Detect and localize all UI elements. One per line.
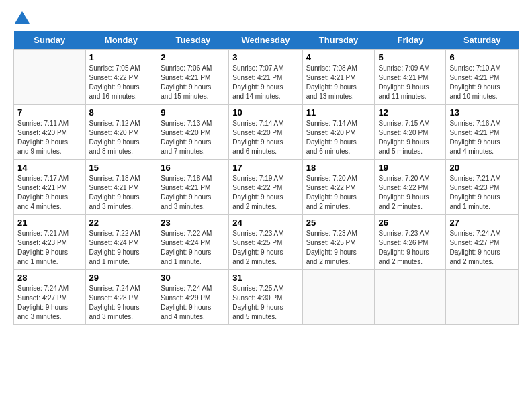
day-info: Sunrise: 7:06 AMSunset: 4:21 PMDaylight:… xyxy=(161,64,225,101)
day-number: 3 xyxy=(232,52,298,62)
calendar-cell: 20Sunrise: 7:21 AMSunset: 4:23 PMDayligh… xyxy=(446,159,519,214)
day-number: 19 xyxy=(378,163,442,173)
calendar-cell xyxy=(446,269,519,324)
calendar-cell: 5Sunrise: 7:09 AMSunset: 4:21 PMDaylight… xyxy=(375,49,446,104)
calendar-cell: 15Sunrise: 7:18 AMSunset: 4:21 PMDayligh… xyxy=(85,159,157,214)
day-number: 9 xyxy=(161,107,225,118)
calendar-cell: 9Sunrise: 7:13 AMSunset: 4:20 PMDaylight… xyxy=(157,104,229,159)
day-header-wednesday: Wednesday xyxy=(229,31,302,50)
day-info: Sunrise: 7:05 AMSunset: 4:22 PMDaylight:… xyxy=(89,64,154,101)
day-info: Sunrise: 7:10 AMSunset: 4:21 PMDaylight:… xyxy=(449,64,515,101)
calendar-cell: 4Sunrise: 7:08 AMSunset: 4:21 PMDaylight… xyxy=(302,49,375,104)
day-info: Sunrise: 7:15 AMSunset: 4:20 PMDaylight:… xyxy=(378,119,442,156)
week-row-0: 1Sunrise: 7:05 AMSunset: 4:22 PMDaylight… xyxy=(14,49,519,104)
calendar-cell: 26Sunrise: 7:23 AMSunset: 4:26 PMDayligh… xyxy=(375,214,446,269)
calendar-cell: 29Sunrise: 7:24 AMSunset: 4:28 PMDayligh… xyxy=(85,269,157,324)
day-number: 18 xyxy=(306,163,371,173)
calendar-cell xyxy=(302,269,375,324)
calendar-cell: 25Sunrise: 7:23 AMSunset: 4:25 PMDayligh… xyxy=(302,214,375,269)
week-row-3: 21Sunrise: 7:21 AMSunset: 4:23 PMDayligh… xyxy=(14,214,519,269)
day-info: Sunrise: 7:17 AMSunset: 4:21 PMDaylight:… xyxy=(17,174,82,212)
calendar-cell: 7Sunrise: 7:11 AMSunset: 4:20 PMDaylight… xyxy=(14,104,86,159)
day-number: 25 xyxy=(306,218,371,228)
header xyxy=(13,11,519,24)
day-header-monday: Monday xyxy=(85,31,157,50)
day-info: Sunrise: 7:16 AMSunset: 4:21 PMDaylight:… xyxy=(449,119,515,156)
calendar-cell: 8Sunrise: 7:12 AMSunset: 4:20 PMDaylight… xyxy=(85,104,157,159)
day-info: Sunrise: 7:24 AMSunset: 4:27 PMDaylight:… xyxy=(449,229,515,267)
calendar-cell: 6Sunrise: 7:10 AMSunset: 4:21 PMDaylight… xyxy=(446,49,519,104)
week-row-2: 14Sunrise: 7:17 AMSunset: 4:21 PMDayligh… xyxy=(14,159,519,214)
day-number: 27 xyxy=(449,218,515,228)
day-number: 13 xyxy=(449,107,515,118)
calendar-cell: 13Sunrise: 7:16 AMSunset: 4:21 PMDayligh… xyxy=(446,104,519,159)
calendar-cell: 16Sunrise: 7:18 AMSunset: 4:21 PMDayligh… xyxy=(157,159,229,214)
calendar-cell: 22Sunrise: 7:22 AMSunset: 4:24 PMDayligh… xyxy=(85,214,157,269)
day-number: 21 xyxy=(17,218,82,228)
day-number: 24 xyxy=(232,218,298,228)
day-info: Sunrise: 7:18 AMSunset: 4:21 PMDaylight:… xyxy=(89,174,154,212)
day-info: Sunrise: 7:25 AMSunset: 4:30 PMDaylight:… xyxy=(232,284,298,322)
calendar-cell: 3Sunrise: 7:07 AMSunset: 4:21 PMDaylight… xyxy=(229,49,302,104)
calendar-cell: 18Sunrise: 7:20 AMSunset: 4:22 PMDayligh… xyxy=(302,159,375,214)
calendar-cell: 27Sunrise: 7:24 AMSunset: 4:27 PMDayligh… xyxy=(446,214,519,269)
day-info: Sunrise: 7:18 AMSunset: 4:21 PMDaylight:… xyxy=(161,174,225,212)
calendar-cell: 21Sunrise: 7:21 AMSunset: 4:23 PMDayligh… xyxy=(14,214,86,269)
day-info: Sunrise: 7:24 AMSunset: 4:29 PMDaylight:… xyxy=(161,284,225,322)
day-number: 15 xyxy=(89,163,154,173)
page: SundayMondayTuesdayWednesdayThursdayFrid… xyxy=(0,0,532,411)
day-header-friday: Friday xyxy=(375,31,446,50)
day-number: 30 xyxy=(161,273,225,283)
logo-icon xyxy=(15,11,30,24)
day-number: 28 xyxy=(17,273,82,283)
calendar-cell: 10Sunrise: 7:14 AMSunset: 4:20 PMDayligh… xyxy=(229,104,302,159)
calendar-cell: 2Sunrise: 7:06 AMSunset: 4:21 PMDaylight… xyxy=(157,49,229,104)
calendar-cell: 28Sunrise: 7:24 AMSunset: 4:27 PMDayligh… xyxy=(14,269,86,324)
day-info: Sunrise: 7:12 AMSunset: 4:20 PMDaylight:… xyxy=(89,119,154,156)
header-row: SundayMondayTuesdayWednesdayThursdayFrid… xyxy=(14,31,519,50)
svg-marker-0 xyxy=(15,11,30,24)
day-info: Sunrise: 7:11 AMSunset: 4:20 PMDaylight:… xyxy=(17,119,82,156)
day-info: Sunrise: 7:21 AMSunset: 4:23 PMDaylight:… xyxy=(17,229,82,267)
day-number: 2 xyxy=(161,52,225,62)
day-info: Sunrise: 7:24 AMSunset: 4:27 PMDaylight:… xyxy=(17,284,82,322)
calendar-cell: 11Sunrise: 7:14 AMSunset: 4:20 PMDayligh… xyxy=(302,104,375,159)
day-number: 14 xyxy=(17,163,82,173)
day-number: 1 xyxy=(89,52,154,62)
day-number: 20 xyxy=(449,163,515,173)
day-header-thursday: Thursday xyxy=(302,31,375,50)
day-number: 10 xyxy=(232,107,298,118)
day-number: 22 xyxy=(89,218,154,228)
day-info: Sunrise: 7:23 AMSunset: 4:25 PMDaylight:… xyxy=(306,229,371,267)
day-number: 12 xyxy=(378,107,442,118)
day-number: 23 xyxy=(161,218,225,228)
day-info: Sunrise: 7:23 AMSunset: 4:25 PMDaylight:… xyxy=(232,229,298,267)
day-info: Sunrise: 7:24 AMSunset: 4:28 PMDaylight:… xyxy=(89,284,154,322)
day-number: 7 xyxy=(17,107,82,118)
day-number: 11 xyxy=(306,107,371,118)
day-number: 16 xyxy=(161,163,225,173)
calendar-cell: 12Sunrise: 7:15 AMSunset: 4:20 PMDayligh… xyxy=(375,104,446,159)
day-number: 8 xyxy=(89,107,154,118)
day-header-saturday: Saturday xyxy=(446,31,519,50)
calendar-cell: 23Sunrise: 7:22 AMSunset: 4:24 PMDayligh… xyxy=(157,214,229,269)
day-info: Sunrise: 7:14 AMSunset: 4:20 PMDaylight:… xyxy=(306,119,371,156)
calendar-cell: 30Sunrise: 7:24 AMSunset: 4:29 PMDayligh… xyxy=(157,269,229,324)
day-info: Sunrise: 7:19 AMSunset: 4:22 PMDaylight:… xyxy=(232,174,298,212)
day-info: Sunrise: 7:20 AMSunset: 4:22 PMDaylight:… xyxy=(378,174,442,212)
day-number: 6 xyxy=(449,52,515,62)
calendar-cell: 31Sunrise: 7:25 AMSunset: 4:30 PMDayligh… xyxy=(229,269,302,324)
calendar-cell xyxy=(14,49,86,104)
day-header-tuesday: Tuesday xyxy=(157,31,229,50)
day-info: Sunrise: 7:08 AMSunset: 4:21 PMDaylight:… xyxy=(306,64,371,101)
day-header-sunday: Sunday xyxy=(14,31,86,50)
day-number: 17 xyxy=(232,163,298,173)
logo xyxy=(13,11,30,24)
day-info: Sunrise: 7:07 AMSunset: 4:21 PMDaylight:… xyxy=(232,64,298,101)
day-number: 26 xyxy=(378,218,442,228)
day-number: 31 xyxy=(232,273,298,283)
logo-text xyxy=(13,11,30,24)
day-info: Sunrise: 7:22 AMSunset: 4:24 PMDaylight:… xyxy=(161,229,225,267)
day-number: 29 xyxy=(89,273,154,283)
calendar-cell: 1Sunrise: 7:05 AMSunset: 4:22 PMDaylight… xyxy=(85,49,157,104)
